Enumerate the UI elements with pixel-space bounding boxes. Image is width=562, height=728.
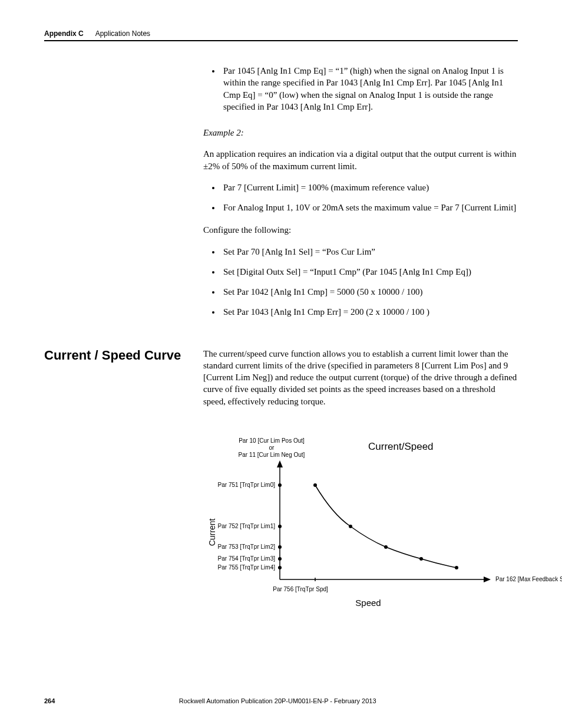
- list-item: Par 1045 [Anlg In1 Cmp Eq] = “1” (high) …: [221, 65, 518, 113]
- svg-text:Par 754 [TrqTpr Lim3]: Par 754 [TrqTpr Lim3]: [218, 555, 276, 562]
- current-speed-chart: Par 10 [Cur Lim Pos Out] or Par 11 [Cur …: [203, 432, 518, 611]
- y-tick-0: Par 751 [TrqTpr Lim0]: [218, 482, 282, 488]
- x-right-label: Par 162 [Max Feedback Spd]: [495, 576, 562, 582]
- bullet-list-1: Par 1045 [Anlg In1 Cmp Eq] = “1” (high) …: [203, 65, 518, 113]
- curve-point: [455, 566, 458, 569]
- svg-text:Par 752 [TrqTpr Lim1]: Par 752 [TrqTpr Lim1]: [218, 523, 276, 529]
- section-heading: Current / Speed Curve: [44, 348, 203, 417]
- section-current-speed: Current / Speed Curve The current/speed …: [44, 348, 518, 417]
- list-item: Par 7 [Current Limit] = 100% (maximum re…: [221, 182, 518, 193]
- y-tick-3: Par 754 [TrqTpr Lim3]: [218, 555, 282, 562]
- publication-info: Rockwell Automation Publication 20P-UM00…: [179, 697, 376, 704]
- svg-point-6: [278, 525, 282, 528]
- curve-point: [349, 525, 352, 528]
- list-item: Set Par 70 [Anlg In1 Sel] = “Pos Cur Lim…: [221, 246, 518, 258]
- svg-marker-3: [484, 577, 491, 582]
- body-paragraph: The current/speed curve function allows …: [203, 348, 518, 407]
- bullet-list-2: Par 7 [Current Limit] = 100% (maximum re…: [203, 182, 518, 214]
- svg-point-4: [278, 483, 282, 487]
- y-axis-label: Current: [207, 518, 217, 546]
- x-tick-label: Par 756 [TrqTpr Spd]: [273, 586, 328, 592]
- section-body: The current/speed curve function allows …: [203, 348, 518, 417]
- appendix-label: Appendix C: [44, 29, 84, 38]
- example-heading: Example 2:: [203, 127, 518, 139]
- curve-point: [313, 483, 317, 487]
- svg-text:Par 753 [TrqTpr Lim2]: Par 753 [TrqTpr Lim2]: [218, 543, 276, 550]
- svg-point-10: [278, 557, 282, 561]
- y-top-label-1: Par 10 [Cur Lim Pos Out]: [239, 437, 305, 444]
- list-item: Set Par 1042 [Anlg In1 Cmp] = 5000 (50 x…: [221, 286, 518, 298]
- list-item: For Analog Input 1, 10V or 20mA sets the…: [221, 202, 518, 213]
- body-paragraph: Configure the following:: [203, 224, 518, 236]
- bullet-list-3: Set Par 70 [Anlg In1 Sel] = “Pos Cur Lim…: [203, 246, 518, 318]
- chapter-label: Application Notes: [95, 29, 150, 38]
- y-tick-2: Par 753 [TrqTpr Lim2]: [218, 543, 282, 550]
- curve-line: [315, 485, 457, 568]
- list-item: Set Par 1043 [Anlg In1 Cmp Err] = 200 (2…: [221, 306, 518, 318]
- chart-title: Current/Speed: [368, 441, 434, 452]
- page-header: Appendix C Application Notes: [44, 29, 518, 41]
- body-paragraph: An application requires an indication vi…: [203, 148, 518, 172]
- y-tick-4: Par 755 [TrqTpr Lim4]: [218, 564, 282, 571]
- page-number: 264: [44, 697, 55, 704]
- svg-text:Par 751 [TrqTpr Lim0]: Par 751 [TrqTpr Lim0]: [218, 482, 276, 488]
- y-top-label-or: or: [269, 444, 275, 451]
- svg-text:Par 755 [TrqTpr Lim4]: Par 755 [TrqTpr Lim4]: [218, 564, 276, 571]
- curve-point: [419, 557, 423, 561]
- list-item: Set [Digital Outx Sel] = “Input1 Cmp” (P…: [221, 266, 518, 278]
- x-axis-label: Speed: [355, 598, 381, 608]
- y-tick-1: Par 752 [TrqTpr Lim1]: [218, 523, 282, 529]
- page-footer: 264 Rockwell Automation Publication 20P-…: [44, 697, 518, 704]
- curve-point: [384, 545, 388, 549]
- svg-point-12: [278, 566, 282, 569]
- svg-point-8: [278, 545, 282, 549]
- svg-marker-1: [277, 460, 283, 467]
- chart-svg: Par 10 [Cur Lim Pos Out] or Par 11 [Cur …: [203, 432, 562, 609]
- main-content: Par 1045 [Anlg In1 Cmp Eq] = “1” (high) …: [203, 65, 518, 318]
- y-top-label-2: Par 11 [Cur Lim Neg Out]: [239, 452, 305, 458]
